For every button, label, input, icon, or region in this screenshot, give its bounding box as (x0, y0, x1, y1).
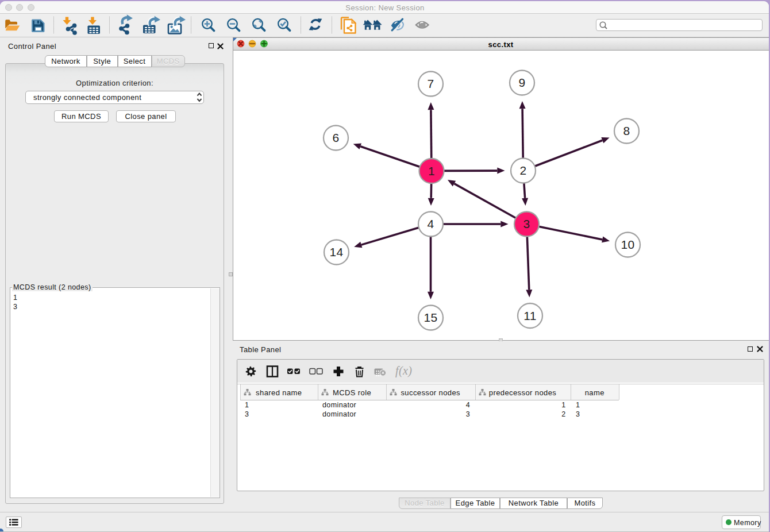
svg-text:10: 10 (621, 238, 634, 251)
svg-text:3: 3 (523, 217, 530, 230)
svg-text:11: 11 (523, 309, 537, 322)
svg-text:14: 14 (329, 245, 343, 259)
svg-text:7: 7 (427, 77, 434, 90)
svg-text:9: 9 (518, 76, 525, 89)
svg-text:6: 6 (332, 131, 339, 144)
svg-text:2: 2 (519, 164, 526, 177)
svg-text:15: 15 (424, 311, 437, 324)
svg-text:1: 1 (428, 164, 434, 178)
svg-text:4: 4 (427, 217, 434, 230)
svg-text:8: 8 (623, 124, 630, 137)
